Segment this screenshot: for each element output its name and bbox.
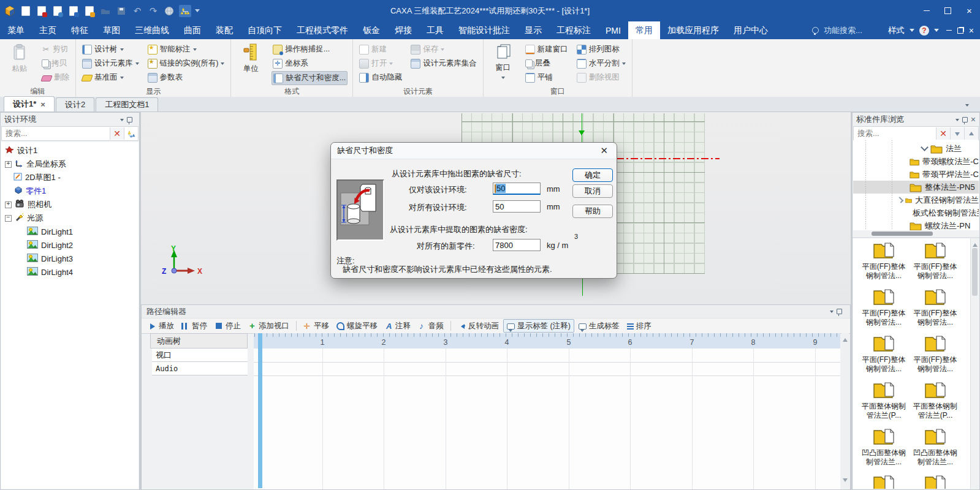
spiral-pan-button[interactable]: 螺旋平移 (333, 320, 381, 332)
part-item[interactable]: 平面(FF)整体钢制管法... (912, 334, 959, 374)
scroll-thumb[interactable] (972, 248, 978, 296)
menu-item-home[interactable]: 主页 (32, 21, 64, 39)
open-design-icon[interactable] (36, 5, 48, 17)
collapse-icon[interactable] (5, 215, 12, 222)
menu-item-common[interactable]: 常用 (628, 21, 660, 39)
menu-item-smart-annotation[interactable]: 智能设计批注 (451, 21, 517, 39)
menu-item-tools[interactable]: 工具 (419, 21, 451, 39)
scroll-up-icon[interactable] (973, 241, 978, 247)
close-button[interactable]: × (959, 0, 980, 21)
animation-row-viewport[interactable]: 视口 (152, 349, 248, 362)
row2-input[interactable] (493, 200, 541, 213)
function-search[interactable]: 功能搜索... (824, 25, 862, 36)
tree-item-dirlight1[interactable]: DirLight1 (23, 225, 139, 238)
open-blue-icon[interactable] (67, 5, 80, 17)
tree-item-design1[interactable]: 设计1 (1, 144, 139, 157)
doc-minimize-icon[interactable] (946, 30, 952, 31)
menu-item-pmi[interactable]: PMI (598, 21, 628, 39)
menu-item-features[interactable]: 特征 (64, 21, 96, 39)
tab-overflow-icon[interactable] (965, 104, 969, 108)
dialog-title-bar[interactable]: 缺省尺寸和密度 ✕ (331, 143, 617, 159)
tree-item-threaded-flange[interactable]: 螺纹法兰-PN (853, 219, 979, 230)
menu-item-engineering-dim[interactable]: 工程标注 (549, 21, 598, 39)
part-item[interactable]: 平面(FF)整体钢制管法... (912, 287, 959, 327)
part-item[interactable]: 平面(FF)整体钢制管法... (860, 241, 907, 281)
cascade-button[interactable]: 层叠 (524, 57, 569, 70)
left-search-clear-button[interactable]: ✕ (110, 127, 124, 140)
parameter-table-button[interactable]: 参数表 (146, 71, 226, 84)
sort-button[interactable]: 排序 (624, 320, 655, 332)
menu-item-load-app[interactable]: 加载应用程序 (660, 21, 726, 39)
tree-item-plate-loose-flange[interactable]: 板式松套钢制管法兰 (853, 206, 979, 219)
coordinate-system-button[interactable]: 坐标系 (272, 57, 348, 70)
design-tree-button[interactable]: 设计树 (81, 43, 140, 56)
menu-item-engineering-part[interactable]: 工程模式零件 (289, 21, 355, 39)
tree-item-neck-weld-flange[interactable]: 带颈平焊法兰-C (853, 168, 979, 181)
panel-menu-icon[interactable] (955, 119, 959, 123)
default-size-density-button[interactable]: 缺省尺寸和密度... (272, 71, 348, 85)
part-item[interactable]: 凹凸面整体钢制管法兰... (860, 427, 907, 467)
library-collection-button[interactable]: 设计元素库集合 (409, 57, 478, 70)
tree-item-part1[interactable]: 零件1 (10, 184, 139, 198)
menu-item-topdown[interactable]: 自顶向下 (240, 21, 289, 39)
panel-menu-icon[interactable] (120, 119, 124, 123)
tab-design1[interactable]: 设计1*× (4, 96, 55, 111)
animation-row-audio[interactable]: Audio (152, 362, 248, 375)
tree-item-neck-threaded-flange[interactable]: 带颈螺纹法兰-C (853, 155, 979, 168)
annotation-button[interactable]: 注释 (382, 320, 414, 332)
new-document-icon[interactable] (20, 5, 32, 17)
scroll-down-icon[interactable] (843, 478, 848, 484)
menu-item-3dcurve[interactable]: 三维曲线 (127, 21, 177, 39)
tree-item-lights[interactable]: 光源 (1, 211, 139, 225)
part-item[interactable] (912, 473, 959, 489)
part-item[interactable]: 平面整体钢制管法兰(P... (912, 380, 959, 420)
design-tree-toggle-icon[interactable] (179, 5, 191, 17)
menu-item-sketch[interactable]: 草图 (96, 21, 127, 39)
qat-overflow-icon[interactable] (195, 9, 200, 15)
units-button[interactable]: 单位 (236, 42, 265, 86)
tree-item-global-csys[interactable]: 全局坐标系 (1, 157, 139, 171)
tree-item-sketch1[interactable]: 2D草图1 - (10, 171, 139, 184)
left-search-input[interactable] (2, 129, 110, 138)
ok-button[interactable]: 确定 (572, 168, 613, 182)
menu-item-welding[interactable]: 焊接 (387, 21, 419, 39)
menu-item-user-center[interactable]: 用户中心 (726, 21, 775, 39)
datum-plane-button[interactable]: 基准面 (81, 71, 140, 84)
undo-icon[interactable]: ↶ (131, 5, 143, 17)
tree-item-dirlight4[interactable]: DirLight4 (23, 265, 139, 279)
tree-item-dirlight3[interactable]: DirLight3 (23, 252, 139, 265)
handle-capture-button[interactable]: 操作柄捕捉... (272, 43, 348, 56)
grid-vertical-scrollbar[interactable] (970, 238, 979, 489)
window-button[interactable]: 窗口 (488, 42, 518, 86)
panel-close-icon[interactable]: × (971, 115, 976, 124)
left-filter-button[interactable] (124, 127, 138, 140)
pause-button[interactable]: 暂停 (178, 320, 210, 332)
tree-item-camera[interactable]: 照相机 (1, 198, 139, 211)
pan-button[interactable]: 平移 (300, 320, 332, 332)
row3-input[interactable] (493, 239, 541, 251)
add-viewport-button[interactable]: 添加视口 (245, 320, 292, 332)
pin-icon[interactable] (127, 117, 132, 123)
scroll-up-icon[interactable] (843, 336, 848, 342)
design-library-button[interactable]: 设计元素库 (81, 57, 140, 70)
menu-item-surface[interactable]: 曲面 (177, 21, 208, 39)
search-next-button[interactable] (950, 127, 964, 140)
audio-button[interactable]: 音频 (415, 320, 447, 332)
menu-item-menu[interactable]: 菜单 (0, 21, 32, 39)
style-chevron-icon[interactable] (910, 29, 914, 34)
style-menu[interactable]: 样式 (888, 25, 905, 36)
timeline-playhead[interactable] (258, 333, 262, 488)
tree-item-large-diameter-flange[interactable]: 大直径钢制管法兰 (853, 194, 979, 206)
part-item[interactable]: 平面(FF)整体钢制管法... (912, 241, 959, 281)
pin-icon[interactable] (837, 309, 842, 314)
new-window-button[interactable]: 新建窗口 (524, 43, 569, 56)
row1-input[interactable]: 50 (493, 183, 541, 195)
help-globe-icon[interactable] (163, 5, 175, 17)
chevron-expanded-icon[interactable] (921, 143, 929, 151)
part-item[interactable]: 凹凸面整体钢制管法兰... (912, 427, 959, 467)
tile-button[interactable]: 平铺 (524, 71, 569, 84)
doc-restore-icon[interactable] (957, 28, 963, 34)
arrange-icons-button[interactable]: 排列图标 (575, 43, 627, 56)
part-item[interactable] (860, 473, 907, 489)
help-chevron-icon[interactable] (934, 29, 939, 34)
